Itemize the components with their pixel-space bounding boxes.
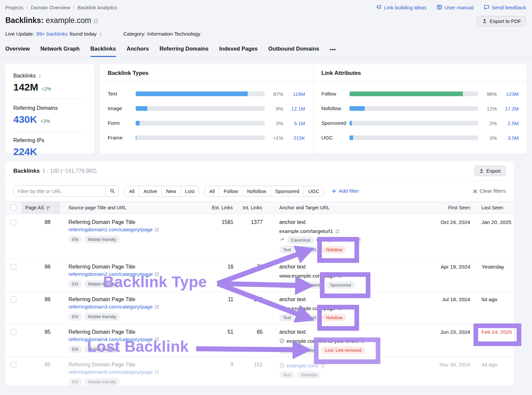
external-link-icon[interactable]: [337, 273, 342, 279]
export-button[interactable]: Export: [474, 166, 506, 176]
external-link-icon[interactable]: [93, 16, 98, 25]
status-filter-all[interactable]: All: [125, 186, 139, 196]
info-icon[interactable]: i: [38, 73, 41, 79]
attr-filter-follow[interactable]: Follow: [219, 186, 242, 196]
source-url-link[interactable]: referringdomain1.com/category/page: [68, 227, 153, 233]
source-url-link[interactable]: referringdomain4.com/category/page: [68, 336, 153, 342]
source-url-link[interactable]: referringdomain3.com/category/page: [68, 304, 153, 310]
select-all-checkbox[interactable]: [10, 205, 16, 211]
filter-input[interactable]: [14, 188, 105, 194]
target-url-line: www.example.com/page: [279, 304, 432, 312]
tag-mobile-friendly: Mobile friendly: [84, 280, 120, 288]
table-row: 86Referring Domain Page Titlereferringdo…: [5, 292, 514, 324]
bar-count-link[interactable]: 116M: [283, 91, 305, 97]
target-url-link[interactable]: www.example.com/page: [279, 305, 335, 311]
target-url-link[interactable]: example.com/: [287, 363, 319, 369]
source-cell: Referring Domain Page Titlereferringdoma…: [60, 259, 209, 292]
status-filter-active[interactable]: Active: [139, 186, 162, 196]
tab-network-graph[interactable]: Network Graph: [40, 46, 79, 57]
external-link-icon[interactable]: [155, 227, 159, 233]
tab-outbound-domains[interactable]: Outbound Domains: [268, 46, 319, 57]
search-icon[interactable]: [105, 186, 119, 196]
row-checkbox[interactable]: [10, 219, 16, 225]
bar-fill: [349, 106, 365, 111]
attr-filter-nofollow[interactable]: Nofollow: [242, 186, 271, 196]
add-filter-button[interactable]: Add filter: [332, 188, 359, 194]
table-title: Backlinks1 - 100 (~141,776,982): [13, 168, 97, 174]
external-link-icon[interactable]: [155, 271, 159, 277]
external-link-icon[interactable]: [335, 228, 340, 234]
anchor-text: anchor text: [279, 329, 432, 337]
attr-filter-all[interactable]: All: [205, 186, 219, 196]
backlink-types-panel: Backlink Types Text87%116MImage9%12.1MFo…: [100, 64, 313, 153]
table-header-row: Backlinks1 - 100 (~141,776,982) Export: [5, 161, 514, 181]
page-as-value: 86: [21, 292, 60, 324]
external-link-icon[interactable]: [321, 363, 325, 369]
target-url-link[interactable]: example.com/targeturl1: [279, 228, 333, 234]
breadcrumb-item-projects[interactable]: Projects: [5, 5, 23, 10]
tab-indexed-pages[interactable]: Indexed Pages: [219, 46, 258, 57]
breadcrumb-item-backlink-analytics[interactable]: Backlink Analytics: [77, 5, 117, 10]
anchor-text: anchor text: [279, 264, 432, 272]
ext-links-value: 51: [209, 324, 237, 357]
toplink-link-building-ideas[interactable]: Link building ideas: [376, 4, 427, 11]
external-link-icon[interactable]: [360, 338, 365, 344]
bar-count-link[interactable]: 12.1M: [283, 106, 305, 111]
row-checkbox[interactable]: [10, 264, 16, 270]
anchor-cell: anchor textwww.example.com/pageImageCont…: [266, 259, 432, 292]
tabs-more-button[interactable]: •••: [330, 47, 336, 57]
bar-count-link[interactable]: 123M: [497, 91, 519, 97]
toplink-label: Send feedback: [492, 5, 526, 11]
external-link-icon[interactable]: [155, 336, 159, 342]
bar-count-link[interactable]: 3.5M: [497, 135, 519, 141]
column-int-links[interactable]: Int. Links: [237, 202, 266, 214]
badge-nofollow: Nofollow: [322, 314, 346, 321]
info-icon[interactable]: i: [98, 31, 102, 37]
tab-overview[interactable]: Overview: [5, 46, 30, 57]
column-ext-links[interactable]: Ext. Links: [209, 202, 237, 214]
row-checkbox[interactable]: [10, 296, 16, 302]
breadcrumb-item-domain-overview[interactable]: Domain Overview: [31, 5, 70, 10]
tab-referring-domains[interactable]: Referring Domains: [160, 46, 209, 57]
export-to-pdf-button[interactable]: Export to PDF: [477, 16, 526, 26]
external-link-icon[interactable]: [356, 237, 361, 243]
canonical-target-link[interactable]: example.com/…: [317, 237, 354, 243]
column-source[interactable]: Source page Title and URL: [60, 202, 209, 214]
tab-backlinks[interactable]: Backlinks: [90, 46, 116, 57]
status-filter-lost[interactable]: Lost: [181, 186, 199, 196]
row-checkbox[interactable]: [10, 362, 16, 368]
toplink-user-manual[interactable]: User manual: [437, 4, 474, 11]
bar-row-sponsored: Sponsored2%2.5M: [322, 116, 519, 130]
clear-filters-button[interactable]: Clear filters: [473, 188, 506, 194]
source-url-link[interactable]: referringdomain2.com/category/page: [68, 271, 153, 277]
column-page-as[interactable]: Page AS: [21, 202, 60, 214]
bar-count-link[interactable]: 215K: [283, 135, 305, 141]
target-url-line: www.example.com/page: [279, 272, 432, 280]
tab-anchors[interactable]: Anchors: [127, 46, 149, 57]
tag-canonical: Canonical: [287, 236, 314, 244]
column-first-seen[interactable]: First Seen: [432, 202, 475, 214]
external-link-icon[interactable]: [155, 304, 159, 310]
attr-filter-ugc[interactable]: UGC: [304, 186, 324, 196]
status-filter-group: AllActiveNewLost: [124, 186, 199, 197]
row-checkbox[interactable]: [10, 329, 16, 335]
bar-count-link[interactable]: 2.5M: [497, 120, 519, 126]
target-url-link[interactable]: www.example.com/page: [279, 273, 335, 279]
bar-count-link[interactable]: 5.1M: [283, 120, 305, 126]
source-url-link[interactable]: referringdomain5.com/category/page: [68, 369, 153, 375]
source-cell: Referring Domain Page Titlereferringdoma…: [60, 214, 209, 259]
live-update-link[interactable]: 99+ backlinks: [36, 31, 67, 37]
target-url-link[interactable]: example.com/link-to-your-event: [287, 338, 358, 344]
column-anchor-target[interactable]: Anchor and Target URL: [266, 202, 432, 214]
bar-label: Form: [108, 120, 136, 126]
attr-filter-sponsored[interactable]: Sponsored: [270, 186, 304, 196]
column-last-seen[interactable]: Last Seen: [475, 202, 514, 214]
tag-mobile-friendly: Mobile friendly: [84, 378, 120, 386]
bar-track: [136, 92, 265, 96]
status-filter-new[interactable]: New: [162, 186, 181, 196]
external-link-icon[interactable]: [337, 305, 342, 311]
lost-link-icon: [279, 363, 285, 369]
bar-count-link[interactable]: 17.2M: [497, 106, 519, 111]
toplink-send-feedback[interactable]: Send feedback: [484, 4, 526, 11]
external-link-icon[interactable]: [155, 369, 159, 375]
